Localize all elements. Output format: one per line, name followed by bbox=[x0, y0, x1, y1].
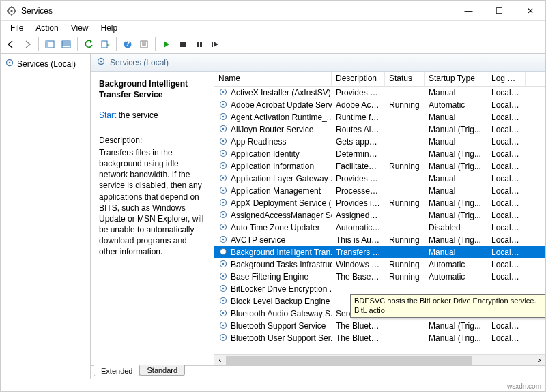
table-row[interactable]: Background Tasks Infrastruc...Windows in… bbox=[214, 258, 545, 271]
table-row[interactable]: Adobe Acrobat Update Serv...Adobe Acro..… bbox=[214, 99, 545, 111]
svg-rect-18 bbox=[197, 42, 199, 47]
scroll-left-button[interactable]: ‹ bbox=[214, 355, 226, 365]
cell-description: The Base Fil... bbox=[332, 271, 385, 282]
refresh-button[interactable] bbox=[81, 37, 96, 52]
table-row[interactable]: AppX Deployment Service (...Provides inf… bbox=[214, 197, 545, 209]
service-icon bbox=[218, 308, 228, 320]
tree-node-services-local[interactable]: Services (Local) bbox=[2, 57, 87, 71]
service-icon bbox=[218, 161, 228, 172]
table-row[interactable]: Application IdentityDetermines ...Manual… bbox=[214, 148, 545, 160]
cell-startup-type: Manual (Trig... bbox=[425, 235, 487, 245]
tooltip: BDESVC hosts the BitLocker Drive Encrypt… bbox=[350, 294, 545, 318]
cell-status bbox=[385, 178, 425, 179]
tree-node-label: Services (Local) bbox=[17, 59, 76, 69]
scroll-right-button[interactable]: › bbox=[534, 355, 545, 365]
cell-name: Agent Activation Runtime_... bbox=[214, 111, 332, 124]
console-tree[interactable]: Services (Local) bbox=[1, 54, 89, 379]
properties-button[interactable] bbox=[136, 37, 152, 52]
export-list-button[interactable] bbox=[98, 37, 113, 52]
start-link[interactable]: Start bbox=[99, 110, 116, 120]
menu-action[interactable]: Action bbox=[30, 22, 63, 34]
col-log-on-as[interactable]: Log On As bbox=[487, 72, 526, 86]
col-status[interactable]: Status bbox=[385, 72, 425, 86]
table-row[interactable]: Application InformationFacilitates t...R… bbox=[214, 160, 545, 172]
help-button[interactable]: ? bbox=[120, 37, 135, 52]
detail-panel: Background Intelligent Transfer Service … bbox=[91, 72, 214, 365]
svg-point-1 bbox=[10, 10, 12, 12]
cell-startup-type: Manual bbox=[425, 185, 487, 196]
pause-service-button[interactable] bbox=[192, 37, 207, 52]
content-pane: Services (Local) Background Intelligent … bbox=[90, 54, 545, 379]
cell-name: AVCTP service bbox=[214, 234, 332, 247]
table-row[interactable]: Bluetooth Support ServiceThe Bluetoo...M… bbox=[214, 320, 545, 332]
table-row[interactable]: AVCTP serviceThis is Audi...RunningManua… bbox=[214, 234, 545, 246]
gear-icon bbox=[5, 58, 14, 70]
svg-point-54 bbox=[222, 262, 224, 264]
service-icon bbox=[218, 259, 228, 271]
service-icon bbox=[218, 198, 228, 209]
cell-log-on-as: Local Se bbox=[487, 271, 526, 282]
stop-service-button[interactable] bbox=[175, 37, 190, 52]
col-startup-type[interactable]: Startup Type bbox=[425, 72, 487, 86]
gear-icon bbox=[96, 57, 106, 68]
menu-file[interactable]: File bbox=[5, 22, 29, 34]
cell-log-on-as: Local Sy bbox=[487, 185, 526, 196]
start-service-button[interactable] bbox=[159, 37, 174, 52]
tab-extended[interactable]: Extended bbox=[94, 365, 140, 376]
table-row[interactable]: Auto Time Zone UpdaterAutomatica...Disab… bbox=[214, 222, 545, 234]
table-row[interactable]: AssignedAccessManager Se...AssignedAc...… bbox=[214, 209, 545, 222]
horizontal-scrollbar[interactable]: ‹ › bbox=[214, 354, 545, 365]
svg-point-30 bbox=[222, 115, 224, 117]
svg-point-58 bbox=[222, 287, 224, 288]
cell-description: Determines ... bbox=[332, 149, 385, 160]
col-description[interactable]: Description bbox=[332, 72, 385, 86]
cell-description: Gets apps re... bbox=[332, 136, 385, 147]
show-hide-action-pane-button[interactable] bbox=[59, 37, 74, 52]
description-label: Description: bbox=[99, 135, 205, 146]
cell-startup-type: Manual (Trig... bbox=[425, 161, 487, 172]
cell-status bbox=[385, 325, 425, 327]
table-row[interactable]: AllJoyn Router ServiceRoutes AllJo...Man… bbox=[214, 123, 545, 136]
scroll-thumb[interactable] bbox=[226, 356, 472, 365]
maximize-button[interactable]: ☐ bbox=[484, 1, 515, 20]
toolbar-sep bbox=[77, 37, 78, 51]
table-row[interactable]: Application Layer Gateway ...Provides su… bbox=[214, 172, 545, 185]
action-line: Start the service bbox=[99, 110, 205, 121]
show-hide-console-tree-button[interactable] bbox=[42, 37, 57, 52]
forward-button[interactable] bbox=[20, 37, 35, 52]
scroll-track[interactable] bbox=[226, 355, 534, 365]
cell-log-on-as: Local Se bbox=[487, 222, 526, 233]
services-list[interactable]: Name Description Status Startup Type Log… bbox=[214, 72, 545, 365]
cell-name: Application Management bbox=[214, 185, 332, 198]
table-row[interactable]: Base Filtering EngineThe Base Fil...Runn… bbox=[214, 271, 545, 283]
table-row[interactable]: App ReadinessGets apps re...ManualLocal … bbox=[214, 136, 545, 148]
table-row[interactable]: Application ManagementProcesses in...Man… bbox=[214, 185, 545, 197]
content-header: Services (Local) bbox=[91, 54, 545, 72]
menu-view[interactable]: View bbox=[66, 22, 94, 34]
cell-startup-type: Manual (Trig... bbox=[425, 149, 487, 160]
cell-name: Base Filtering Engine bbox=[214, 271, 332, 284]
minimize-button[interactable]: — bbox=[453, 1, 484, 20]
close-button[interactable]: ✕ bbox=[515, 1, 545, 20]
cell-status bbox=[385, 337, 425, 339]
cell-description: Runtime for... bbox=[332, 112, 385, 123]
tab-standard[interactable]: Standard bbox=[139, 365, 185, 376]
column-headers[interactable]: Name Description Status Startup Type Log… bbox=[214, 72, 545, 87]
svg-rect-7 bbox=[46, 41, 48, 48]
svg-point-22 bbox=[9, 62, 11, 64]
cell-name: Block Level Backup Engine ... bbox=[214, 295, 332, 308]
service-icon bbox=[218, 222, 228, 234]
table-row[interactable]: Background Intelligent Tran...Transfers … bbox=[214, 246, 545, 258]
table-row[interactable]: Agent Activation Runtime_...Runtime for.… bbox=[214, 111, 545, 123]
back-button[interactable] bbox=[3, 37, 18, 52]
cell-description: Provides Us... bbox=[332, 87, 385, 98]
col-name[interactable]: Name bbox=[214, 72, 332, 86]
menu-help[interactable]: Help bbox=[96, 22, 124, 34]
cell-status bbox=[385, 190, 425, 192]
cell-status bbox=[385, 92, 425, 93]
table-row[interactable]: ActiveX Installer (AxInstSV)Provides Us.… bbox=[214, 87, 545, 99]
svg-point-46 bbox=[222, 213, 224, 215]
restart-service-button[interactable] bbox=[208, 37, 223, 52]
table-row[interactable]: Bluetooth User Support Ser...The Bluetoo… bbox=[214, 332, 545, 344]
service-icon bbox=[218, 210, 228, 222]
